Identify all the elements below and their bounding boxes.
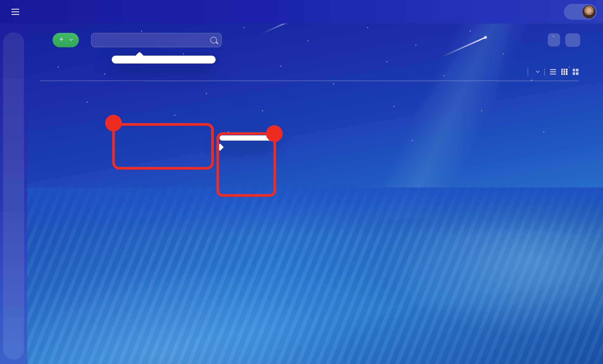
topbar-right bbox=[527, 4, 597, 20]
left-sidebar bbox=[0, 24, 27, 364]
divider bbox=[528, 68, 528, 76]
submenu-pointer bbox=[216, 143, 224, 151]
user-avatar[interactable] bbox=[582, 5, 596, 18]
office-submenu bbox=[220, 135, 275, 141]
add-button[interactable]: + bbox=[53, 33, 79, 47]
time-tracker-pill[interactable] bbox=[564, 4, 597, 20]
settings-gear-button[interactable] bbox=[565, 33, 580, 47]
chevron-down-icon bbox=[536, 69, 539, 73]
annotation-box-2 bbox=[217, 132, 276, 197]
sort-dropdown[interactable] bbox=[533, 71, 539, 72]
toolbar-right bbox=[522, 68, 579, 76]
annotation-box-1 bbox=[112, 123, 214, 170]
drive-toolbar bbox=[39, 66, 579, 78]
sliders-icon[interactable] bbox=[545, 7, 554, 16]
page-header: + bbox=[39, 30, 580, 50]
divider bbox=[544, 68, 545, 76]
annotation-number-1 bbox=[105, 115, 122, 131]
clock-icon bbox=[569, 8, 576, 15]
tiles-view-icon[interactable] bbox=[573, 69, 579, 75]
left-sidebar-rail bbox=[3, 33, 24, 360]
right-sidebar bbox=[581, 29, 601, 364]
search-icon[interactable] bbox=[527, 7, 536, 16]
menu-pointer bbox=[135, 52, 144, 61]
trash-button[interactable] bbox=[548, 33, 560, 46]
main-menu-icon[interactable] bbox=[9, 6, 22, 17]
grid-view-icon[interactable] bbox=[561, 69, 568, 75]
filter-search-box bbox=[91, 33, 222, 47]
chevron-down-icon bbox=[69, 37, 73, 41]
bitrix24-drive-page: + bbox=[0, 0, 603, 364]
top-bar bbox=[0, 0, 603, 24]
add-dropdown-menu bbox=[112, 56, 216, 64]
search-icon bbox=[210, 37, 217, 43]
wallpaper-ocean bbox=[0, 187, 603, 364]
list-view-icon[interactable] bbox=[550, 69, 556, 75]
toolbar-rule bbox=[39, 80, 579, 81]
search-input[interactable] bbox=[98, 36, 210, 44]
wallpaper-stars bbox=[0, 0, 603, 364]
plus-icon: + bbox=[59, 35, 64, 44]
